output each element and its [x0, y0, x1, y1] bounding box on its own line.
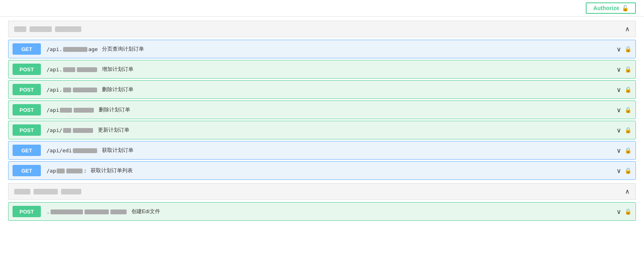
row-7-lock-icon: 🔒	[625, 167, 631, 174]
row-s2-1-lock-icon: 🔒	[625, 208, 631, 215]
row-6-actions: ∨ 🔒	[616, 147, 631, 154]
api-row-get-2[interactable]: GET /api/edi 获取计划订单 ∨ 🔒	[8, 141, 636, 160]
row-5-actions: ∨ 🔒	[616, 126, 631, 134]
row-1-actions: ∨ 🔒	[616, 45, 631, 53]
row-2-lock-icon: 🔒	[625, 66, 631, 73]
api-path-3: /api.	[47, 87, 98, 93]
section-title-blur-3	[55, 26, 81, 32]
row-5-chevron-icon: ∨	[616, 126, 621, 134]
row-2-chevron-icon: ∨	[616, 66, 621, 73]
method-badge-post-3: POST	[13, 104, 41, 115]
method-badge-get: GET	[13, 43, 41, 55]
section2-title-blur-2	[34, 189, 58, 194]
api-description-s2-1: 创建Edi文件	[131, 208, 616, 215]
api-row-post-1[interactable]: POST /api. 增加计划订单 ∨ 🔒	[8, 60, 636, 79]
api-path-5: /api/	[47, 127, 94, 133]
row-s2-1-chevron-icon: ∨	[616, 208, 621, 216]
row-4-chevron-icon: ∨	[616, 106, 621, 114]
row-3-lock-icon: 🔒	[625, 86, 631, 93]
row-6-chevron-icon: ∨	[616, 147, 621, 154]
row-1-chevron-icon: ∨	[616, 45, 621, 53]
section2-title-blur-1	[14, 189, 30, 194]
method-badge-post-2: POST	[13, 84, 41, 95]
row-5-lock-icon: 🔒	[625, 127, 631, 133]
section-2-chevron-up-icon: ∧	[625, 188, 630, 195]
main-content: ∧ GET /api.age 分页查询计划订单 ∨ 🔒 POST /api. 增…	[0, 17, 644, 228]
api-section-1: ∧ GET /api.age 分页查询计划订单 ∨ 🔒 POST /api. 增…	[8, 21, 636, 180]
api-row-post-2[interactable]: POST /api. 删除计划订单 ∨ 🔒	[8, 80, 636, 99]
method-badge-get-3: GET	[13, 165, 41, 176]
api-description-7: 获取计划订单列表	[91, 167, 616, 174]
api-section-2: ∧ POST . 创建Edi文件 ∨ 🔒	[8, 183, 636, 221]
api-row-post-4[interactable]: POST /api/ 更新计划订单 ∨ 🔒	[8, 121, 636, 139]
section-title-blur-2	[30, 26, 52, 32]
api-path-1: /api.age	[47, 46, 98, 52]
api-description-4: 删除计划订单	[99, 106, 616, 113]
authorize-button[interactable]: Authorize 🔓	[586, 2, 636, 14]
api-row-post-3[interactable]: POST /api 删除计划订单 ∨ 🔒	[8, 100, 636, 119]
api-path-6: /api/edi	[47, 147, 98, 154]
method-badge-post-1: POST	[13, 64, 41, 75]
api-description-5: 更新计划订单	[98, 126, 616, 134]
method-badge-post-s2-1: POST	[13, 206, 41, 217]
row-1-lock-icon: 🔒	[625, 46, 631, 52]
row-7-actions: ∨ 🔒	[616, 167, 631, 175]
row-3-actions: ∨ 🔒	[616, 86, 631, 94]
row-4-lock-icon: 🔒	[625, 107, 631, 113]
row-3-chevron-icon: ∨	[616, 86, 621, 94]
api-path-2: /api.	[47, 66, 98, 73]
method-badge-post-4: POST	[13, 124, 41, 136]
row-2-actions: ∨ 🔒	[616, 66, 631, 73]
section-title-blur-1	[14, 26, 26, 32]
api-description-2: 增加计划订单	[102, 66, 616, 73]
api-row-get-3[interactable]: GET /ap: 获取计划订单列表 ∨ 🔒	[8, 161, 636, 180]
api-description-1: 分页查询计划订单	[102, 45, 616, 53]
api-path-7: /ap:	[47, 168, 87, 174]
api-description-3: 删除计划订单	[102, 86, 616, 93]
method-badge-get-2: GET	[13, 145, 41, 156]
section2-title-blur-3	[61, 189, 81, 194]
section-1-header[interactable]: ∧	[8, 21, 636, 37]
section-2-header[interactable]: ∧	[8, 183, 636, 200]
api-description-6: 获取计划订单	[102, 147, 616, 154]
section-2-title	[14, 189, 81, 194]
row-6-lock-icon: 🔒	[625, 147, 631, 154]
row-7-chevron-icon: ∨	[616, 167, 621, 175]
api-row-get-1[interactable]: GET /api.age 分页查询计划订单 ∨ 🔒	[8, 40, 636, 58]
api-row-post-section2-1[interactable]: POST . 创建Edi文件 ∨ 🔒	[8, 202, 636, 221]
row-4-actions: ∨ 🔒	[616, 106, 631, 114]
top-bar: Authorize 🔓	[0, 0, 644, 17]
section-1-chevron-up-icon: ∧	[625, 25, 630, 33]
authorize-label: Authorize	[593, 5, 619, 11]
api-path-s2-1: .	[47, 209, 127, 215]
lock-icon: 🔓	[622, 5, 629, 11]
row-s2-1-actions: ∨ 🔒	[616, 208, 631, 216]
section-1-title	[14, 26, 81, 32]
api-path-4: /api	[47, 107, 95, 113]
